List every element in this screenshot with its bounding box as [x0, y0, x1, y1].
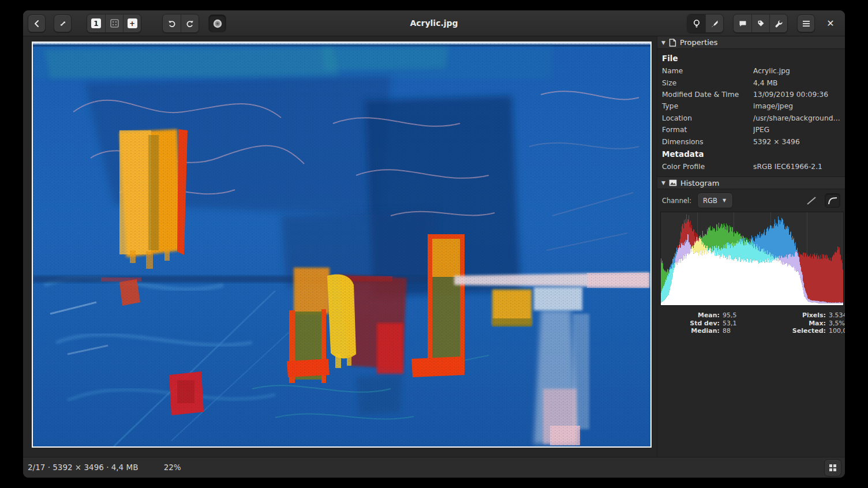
titlebar[interactable]: Acrylic.jpg 1 +: [23, 10, 845, 36]
rotate-left-button[interactable]: [163, 14, 181, 32]
zoom-fit-icon: [110, 18, 119, 28]
stat-label: Pixels:: [761, 311, 826, 320]
stat-value: 3.534.456: [829, 311, 845, 320]
property-row: FormatJPEG: [662, 124, 840, 136]
stat-label: Std dev:: [662, 320, 720, 328]
zoom-original-button[interactable]: 1: [87, 14, 105, 32]
statusbar: 2/17 · 5392 × 3496 · 4,4 MB 22%: [23, 457, 845, 478]
back-button[interactable]: [28, 14, 46, 32]
separator: ·: [106, 463, 108, 472]
separator: ·: [48, 463, 50, 472]
rotate-right-icon: [185, 19, 194, 28]
document-icon: [669, 39, 676, 47]
logarithmic-histogram-button[interactable]: [825, 193, 840, 208]
image-position: 2/17: [28, 463, 45, 472]
content-area: ▼ Properties File NameAcrylic.jpg Size4,…: [23, 36, 845, 457]
properties-toggle-button[interactable]: [687, 14, 705, 32]
histogram-expander-icon: ▼: [661, 180, 665, 186]
histogram-canvas: [661, 212, 843, 305]
expand-icon: [58, 19, 68, 28]
wrench-icon: [774, 19, 783, 28]
comment-icon: [738, 19, 747, 28]
annotation-controls: [733, 14, 788, 33]
linear-histogram-button[interactable]: [803, 193, 819, 208]
histogram-chart[interactable]: [660, 212, 844, 306]
grid-icon: [829, 464, 837, 472]
view-mode-controls: [687, 14, 724, 33]
stat-value: 95,5: [723, 311, 758, 320]
rotate-right-button[interactable]: [181, 14, 199, 32]
rotate-controls: [162, 14, 199, 33]
histogram-stats: Mean: 95,5 Pixels: 3.534.456 Std dev: 53…: [662, 311, 845, 335]
chevron-down-icon: ▼: [723, 198, 726, 203]
color-adjust-button[interactable]: [208, 14, 226, 32]
image-canvas[interactable]: [32, 42, 652, 448]
stat-label: Median:: [662, 327, 720, 335]
log-scale-icon: [828, 196, 838, 205]
histogram-header-label: Histogram: [680, 179, 719, 187]
image-viewer: [23, 36, 657, 457]
stat-value: 88: [723, 327, 758, 335]
brush-icon: [710, 19, 719, 28]
color-disc-icon: [212, 18, 223, 29]
property-row: Typeimage/jpeg: [662, 100, 840, 112]
linear-scale-icon: [806, 196, 817, 205]
close-window-button[interactable]: ✕: [822, 15, 839, 32]
comment-button[interactable]: [734, 14, 751, 32]
property-row: Modified Date & Time13/09/2019 00:09:36: [662, 89, 840, 100]
image-size: 4,4 MB: [111, 463, 139, 472]
tag-button[interactable]: [751, 14, 769, 32]
channel-select[interactable]: RGB ▼: [697, 193, 733, 208]
channel-value: RGB: [703, 197, 717, 205]
stat-value: 3,5%: [829, 320, 845, 328]
histogram-section-header[interactable]: ▼ Histogram: [657, 177, 845, 189]
paint-canvas-texture: [33, 43, 650, 446]
toolbar-right: ✕: [687, 14, 839, 32]
property-row: NameAcrylic.jpg: [662, 65, 840, 77]
stat-value: 100,0%: [829, 327, 845, 335]
stat-label: Selected:: [761, 327, 826, 335]
zoom-original-icon: 1: [91, 18, 101, 28]
zoom-level: 22%: [164, 463, 181, 472]
back-icon: [32, 19, 42, 28]
property-row: Size4,4 MB: [662, 77, 840, 88]
toolbar-left: 1 +: [28, 14, 226, 32]
thumbnail-grid-button[interactable]: [824, 459, 841, 476]
properties-section-header[interactable]: ▼ Properties: [657, 36, 845, 49]
zoom-fit-button[interactable]: [105, 14, 123, 32]
menu-button[interactable]: [797, 14, 815, 32]
stat-label: Mean:: [662, 311, 720, 320]
channel-label: Channel:: [662, 197, 691, 205]
image-icon: [669, 179, 677, 186]
properties-panel: ▼ Properties File NameAcrylic.jpg Size4,…: [657, 36, 845, 457]
stat-value: 53,1: [723, 320, 758, 328]
lightbulb-icon: [692, 19, 701, 28]
tag-icon: [756, 19, 765, 28]
edit-toggle-button[interactable]: [705, 14, 723, 32]
zoom-in-button[interactable]: +: [123, 14, 141, 32]
property-row: Color ProfilesRGB IEC61966-2.1: [662, 161, 840, 172]
statusbar-text: 2/17 · 5392 × 3496 · 4,4 MB 22%: [23, 463, 181, 472]
zoom-controls: 1 +: [87, 14, 141, 33]
property-row: Location/usr/share/background…: [662, 112, 840, 124]
zoom-in-icon: +: [128, 18, 137, 28]
histogram-controls: Channel: RGB ▼: [657, 189, 845, 211]
stat-label: Max:: [761, 320, 826, 328]
file-section-title: File: [662, 54, 840, 63]
property-row: Dimensions5392 × 3496: [662, 136, 840, 147]
fullscreen-button[interactable]: [54, 14, 72, 32]
painting: [33, 43, 650, 446]
tools-button[interactable]: [769, 14, 787, 32]
file-properties: File NameAcrylic.jpg Size4,4 MB Modified…: [657, 49, 845, 177]
image-dimensions: 5392 × 3496: [53, 463, 104, 472]
app-window: Acrylic.jpg 1 +: [23, 10, 845, 478]
properties-expander-icon: ▼: [661, 40, 665, 46]
metadata-section-title: Metadata: [662, 149, 840, 159]
hamburger-icon: [802, 20, 810, 27]
rotate-left-icon: [167, 19, 177, 28]
properties-header-label: Properties: [680, 38, 718, 47]
